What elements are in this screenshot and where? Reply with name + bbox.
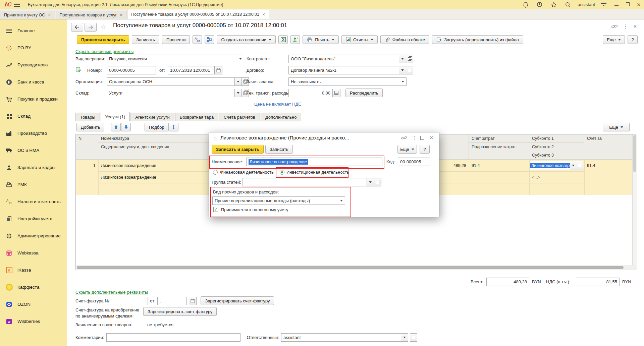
sidebar-item-purchases-sales[interactable]: Покупки и продажи [0,91,67,108]
dialog-help-button[interactable]: ? [420,145,430,154]
sidebar-item-bank-cash[interactable]: ₽ Банк и касса [0,73,67,91]
invoice-number-field[interactable] [113,297,148,305]
tab-goods-receipt-list[interactable]: Поступление товаров и услуг [56,11,127,19]
sidebar-item-main[interactable]: Главное [0,22,67,39]
sidebar-item-manager[interactable]: Руководителю [0,56,67,73]
column-header-subconto3[interactable]: Субконто 3 [529,151,584,160]
post-button[interactable]: Провести [162,35,190,44]
notifications-bell-icon[interactable] [522,1,530,9]
hide-additional-requisites-link[interactable]: Скрыть дополнительные реквизиты [75,290,148,295]
move-down-button[interactable] [121,123,131,131]
sidebar-item-ikassa[interactable]: K iKassa [0,262,67,279]
item-group-dropdown-icon[interactable] [367,178,374,186]
sidebar-item-administration[interactable]: Администрирование [0,227,67,244]
cell-account-clipped[interactable]: 91.4 [584,160,603,171]
close-tab-icon[interactable] [120,12,122,18]
sidebar-item-production[interactable]: Производство [0,125,67,142]
invoice-calendar-icon[interactable] [189,297,197,305]
print-button[interactable]: Печать [303,35,339,44]
comment-field[interactable] [106,333,240,342]
form-menu-kebab-icon[interactable] [623,23,628,30]
form-more-button[interactable]: Еще [603,35,625,44]
distribute-button[interactable]: Распределить [345,89,383,97]
sidebar-item-rmk[interactable]: РМК [0,176,67,193]
advance-offset-combo[interactable]: Не зачитывать [288,77,407,86]
dialog-code-field[interactable]: 00-000005 [398,158,430,166]
history-icon[interactable] [536,1,544,9]
column-header-cost-division[interactable]: Подразделение затрат [469,143,529,151]
cell-amount[interactable]: 489,28 [439,160,469,171]
contract-dropdown-icon[interactable] [399,66,406,74]
tab-goods-receipt-document[interactable]: Поступление товаров и услуг 0000-000005 … [127,9,269,19]
dialog-close-icon[interactable] [430,135,433,141]
date-field[interactable]: 10.07.2018 12:00:01 [168,66,215,74]
column-header-cost-account[interactable]: Счет затрат [469,134,529,143]
responsible-dropdown-icon[interactable] [401,333,408,342]
organization-field[interactable]: Организация на ОСН [107,77,235,86]
post-and-close-button[interactable]: Провести и закрыть [77,35,129,44]
dialog-more-button[interactable]: Еще [397,145,417,154]
assign-responsible-button[interactable]: ? [290,35,300,44]
sidebar-item-webkassa[interactable]: Webkassa [0,244,67,262]
calendar-icon[interactable] [215,66,222,74]
subconto1-dropdown-icon[interactable] [570,161,576,170]
contractor-open-icon[interactable] [406,55,413,63]
dialog-save-button[interactable]: Записать [265,145,293,154]
contractor-field[interactable]: ООО "Лизингодатель" [288,55,399,63]
save-button[interactable]: Записать [132,35,159,44]
register-invoice-button[interactable]: Зарегистрировать счет-фактуру [201,296,274,305]
sidebar-item-accounting-settings[interactable]: Настройки учета [0,210,67,227]
register-analyzed-invoice-button[interactable]: Зарегистрировать счет-фактуру [143,307,217,316]
item-group-open-icon[interactable] [374,178,381,186]
dialog-link-icon[interactable] [401,135,407,142]
pick-button[interactable]: Подбор [145,123,169,131]
price-no-vat-link[interactable]: Цена не включает НДС [254,102,302,107]
table-vertical-scrollbar[interactable] [632,134,637,265]
current-user[interactable]: assistant [578,2,595,7]
sidebar-item-fixed-assets[interactable]: ОС и НМА [0,142,67,159]
add-row-button[interactable]: Добавить [76,123,104,131]
sidebar-item-kaffesta[interactable]: Каффеста [0,279,67,296]
close-tab-icon[interactable] [262,12,265,17]
column-header-subconto1[interactable]: Субконто 1 [529,134,584,143]
tab-agent-services[interactable]: Агентские услуги [130,113,174,121]
dialog-name-field[interactable]: Лизинговое вознаграждение [246,158,382,166]
get-link-icon[interactable] [611,23,618,31]
forward-button[interactable] [85,23,97,32]
item-group-field[interactable] [243,178,367,186]
subconto1-open-icon[interactable] [576,161,583,170]
close-form-icon[interactable] [633,23,637,30]
document-structure-button[interactable] [205,35,214,44]
sidebar-item-po-by[interactable]: PO.BY [0,39,67,56]
tab-goods[interactable]: Товары [75,113,100,121]
column-header-n[interactable]: N [76,134,98,160]
tab-returnable-packaging[interactable]: Возвратная тара [175,113,218,121]
cell-cost-account[interactable]: 91.4 [469,160,529,171]
restore-window-icon[interactable] [626,2,630,7]
column-header-account-clipped[interactable]: Счет за [584,134,603,160]
cell-subconto1-combo[interactable]: Лизинговое вознагражд [530,161,583,170]
create-on-base-button[interactable]: Создать на основании [217,35,276,44]
close-window-icon[interactable] [637,1,641,8]
cloud-files-button[interactable]: Файлы в облаке [380,35,429,44]
financial-activity-radio[interactable] [213,170,218,175]
responsible-open-icon[interactable] [410,333,417,342]
tab-settlement-accounts[interactable]: Счета расчетов [219,113,260,121]
contract-open-icon[interactable] [406,66,413,74]
investment-activity-radio[interactable] [280,170,284,175]
dialog-maximize-icon[interactable] [420,136,424,141]
number-field[interactable]: 0000-000005 [107,66,156,74]
warehouse-field[interactable]: Услуги [107,89,235,97]
tab-additional[interactable]: Дополнительно [261,113,302,121]
help-button[interactable]: ? [628,35,638,44]
cell-subconto2[interactable]: <...> [529,171,584,183]
calculator-icon[interactable] [333,89,340,97]
sidebar-item-warehouse[interactable]: Склад [0,108,67,125]
main-menu-icon[interactable] [14,3,20,7]
sidebar-item-taxes[interactable]: ДтКт Налоги и отчетность [0,193,67,210]
tab-fixed-asset[interactable]: Принятие к учету ОС [0,11,55,19]
sidebar-item-ozon[interactable]: OZON [0,296,67,313]
cell-row-number[interactable]: 1 [76,160,98,171]
tax-accounting-checkbox[interactable] [213,207,218,212]
contract-field[interactable]: Договор лизинга №2-1 [288,66,399,74]
